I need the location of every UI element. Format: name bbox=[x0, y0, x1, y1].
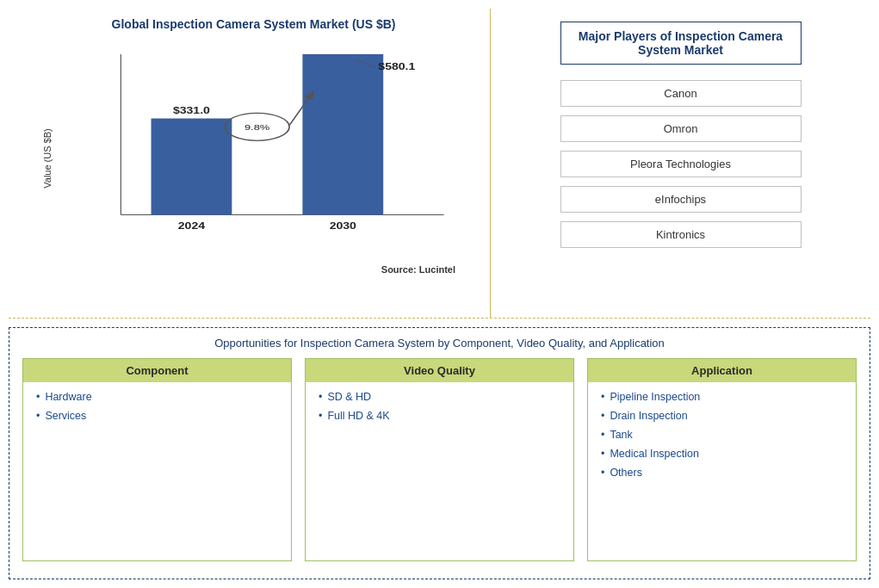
component-item-hardware: • Hardware bbox=[36, 391, 278, 403]
bullet-services: • bbox=[36, 410, 40, 422]
chart-area: Global Inspection Camera System Market (… bbox=[9, 9, 491, 318]
y-axis-label: Value (US $B) bbox=[42, 128, 53, 189]
app-item-others: • Others bbox=[601, 467, 843, 479]
players-area: Major Players of Inspection Camera Syste… bbox=[491, 9, 870, 318]
bar-2024 bbox=[152, 119, 232, 215]
app-item-pipeline: • Pipeline Inspection bbox=[601, 391, 843, 403]
bar-2030 bbox=[302, 54, 383, 215]
application-header: Application bbox=[588, 359, 856, 382]
player-canon: Canon bbox=[560, 80, 802, 107]
year-2030: 2030 bbox=[330, 220, 356, 231]
value-2030: $580.1 bbox=[378, 61, 415, 71]
bullet-drain: • bbox=[601, 410, 604, 422]
opportunities-title: Opportunities for Inspection Camera Syst… bbox=[22, 337, 857, 350]
application-body: • Pipeline Inspection • Drain Inspection… bbox=[588, 382, 856, 560]
component-body: • Hardware • Services bbox=[23, 382, 291, 560]
chart-svg-container: $331.0 2024 $580.1 2030 9.8% bbox=[60, 46, 464, 253]
bullet-fullhd4k: • bbox=[319, 410, 322, 422]
chart-wrapper: Value (US $B) $331.0 2024 bbox=[34, 38, 473, 279]
player-omron: Omron bbox=[560, 115, 802, 142]
column-application: Application • Pipeline Inspection • Drai… bbox=[587, 358, 857, 561]
video-item-sdhd: • SD & HD bbox=[319, 391, 560, 403]
chart-title: Global Inspection Camera System Market (… bbox=[34, 17, 473, 31]
bullet-pipeline: • bbox=[601, 391, 604, 403]
app-item-tank: • Tank bbox=[601, 429, 843, 441]
bottom-section: Opportunities for Inspection Camera Syst… bbox=[9, 327, 870, 579]
top-section: Global Inspection Camera System Market (… bbox=[9, 9, 870, 319]
app-item-drain: • Drain Inspection bbox=[601, 410, 843, 422]
video-item-fullhd4k: • Full HD & 4K bbox=[319, 410, 560, 422]
bullet-sdhd: • bbox=[319, 391, 322, 403]
player-einfochips: eInfochips bbox=[560, 186, 802, 213]
columns-container: Component • Hardware • Services Video Qu… bbox=[22, 358, 857, 561]
column-component: Component • Hardware • Services bbox=[22, 358, 292, 561]
chart-svg: $331.0 2024 $580.1 2030 9.8% bbox=[60, 46, 464, 253]
cagr-text: 9.8% bbox=[245, 122, 269, 131]
bullet-tank: • bbox=[601, 429, 604, 441]
value-2024: $331.0 bbox=[173, 106, 210, 116]
video-quality-header: Video Quality bbox=[306, 359, 573, 382]
video-quality-body: • SD & HD • Full HD & 4K bbox=[306, 382, 573, 560]
app-item-medical: • Medical Inspection bbox=[601, 448, 843, 460]
bullet-hardware: • bbox=[36, 391, 40, 403]
bullet-others: • bbox=[601, 467, 604, 479]
year-2024: 2024 bbox=[178, 220, 205, 231]
source-text: Source: Lucintel bbox=[381, 264, 455, 275]
player-pleora: Pleora Technologies bbox=[560, 151, 802, 177]
players-title: Major Players of Inspection Camera Syste… bbox=[560, 22, 802, 65]
component-header: Component bbox=[23, 359, 291, 382]
bullet-medical: • bbox=[601, 448, 604, 460]
main-container: Global Inspection Camera System Market (… bbox=[0, 0, 879, 588]
component-item-services: • Services bbox=[36, 410, 278, 422]
column-video-quality: Video Quality • SD & HD • Full HD & 4K bbox=[305, 358, 574, 561]
player-kintronics: Kintronics bbox=[560, 221, 802, 248]
